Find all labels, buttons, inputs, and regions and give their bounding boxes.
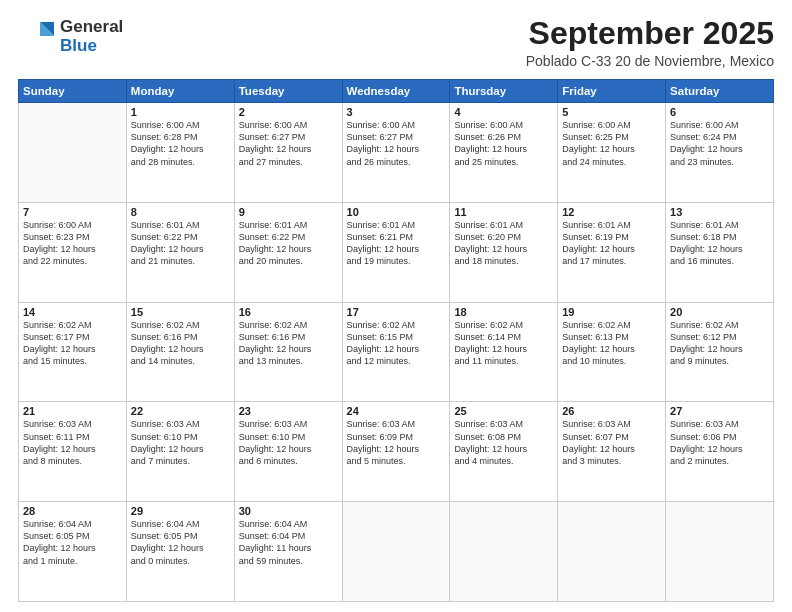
- day-number: 16: [239, 306, 338, 318]
- calendar-week-row: 1Sunrise: 6:00 AM Sunset: 6:28 PM Daylig…: [19, 103, 774, 203]
- day-info: Sunrise: 6:03 AM Sunset: 6:09 PM Dayligh…: [347, 418, 446, 467]
- day-number: 12: [562, 206, 661, 218]
- calendar-day-header: Tuesday: [234, 80, 342, 103]
- day-info: Sunrise: 6:03 AM Sunset: 6:11 PM Dayligh…: [23, 418, 122, 467]
- day-info: Sunrise: 6:04 AM Sunset: 6:05 PM Dayligh…: [131, 518, 230, 567]
- calendar-cell: 16Sunrise: 6:02 AM Sunset: 6:16 PM Dayli…: [234, 302, 342, 402]
- day-number: 21: [23, 405, 122, 417]
- calendar-cell: 11Sunrise: 6:01 AM Sunset: 6:20 PM Dayli…: [450, 202, 558, 302]
- day-info: Sunrise: 6:01 AM Sunset: 6:20 PM Dayligh…: [454, 219, 553, 268]
- calendar-cell: 26Sunrise: 6:03 AM Sunset: 6:07 PM Dayli…: [558, 402, 666, 502]
- calendar-cell: 22Sunrise: 6:03 AM Sunset: 6:10 PM Dayli…: [126, 402, 234, 502]
- calendar-day-header: Friday: [558, 80, 666, 103]
- day-number: 23: [239, 405, 338, 417]
- calendar-day-header: Thursday: [450, 80, 558, 103]
- day-info: Sunrise: 6:01 AM Sunset: 6:19 PM Dayligh…: [562, 219, 661, 268]
- day-number: 9: [239, 206, 338, 218]
- day-number: 30: [239, 505, 338, 517]
- day-number: 26: [562, 405, 661, 417]
- day-info: Sunrise: 6:01 AM Sunset: 6:18 PM Dayligh…: [670, 219, 769, 268]
- day-info: Sunrise: 6:03 AM Sunset: 6:10 PM Dayligh…: [131, 418, 230, 467]
- day-number: 1: [131, 106, 230, 118]
- day-info: Sunrise: 6:03 AM Sunset: 6:10 PM Dayligh…: [239, 418, 338, 467]
- calendar-cell: 14Sunrise: 6:02 AM Sunset: 6:17 PM Dayli…: [19, 302, 127, 402]
- day-info: Sunrise: 6:01 AM Sunset: 6:22 PM Dayligh…: [131, 219, 230, 268]
- location-title: Poblado C-33 20 de Noviembre, Mexico: [526, 53, 774, 69]
- calendar-week-row: 28Sunrise: 6:04 AM Sunset: 6:05 PM Dayli…: [19, 502, 774, 602]
- calendar-cell: [450, 502, 558, 602]
- calendar-cell: 15Sunrise: 6:02 AM Sunset: 6:16 PM Dayli…: [126, 302, 234, 402]
- logo: General Blue: [18, 16, 123, 58]
- calendar-cell: 2Sunrise: 6:00 AM Sunset: 6:27 PM Daylig…: [234, 103, 342, 203]
- calendar-table: SundayMondayTuesdayWednesdayThursdayFrid…: [18, 79, 774, 602]
- day-number: 22: [131, 405, 230, 417]
- title-block: September 2025 Poblado C-33 20 de Noviem…: [526, 16, 774, 69]
- logo-line1: General: [60, 18, 123, 37]
- calendar-cell: 20Sunrise: 6:02 AM Sunset: 6:12 PM Dayli…: [666, 302, 774, 402]
- day-info: Sunrise: 6:04 AM Sunset: 6:04 PM Dayligh…: [239, 518, 338, 567]
- calendar-day-header: Saturday: [666, 80, 774, 103]
- day-info: Sunrise: 6:00 AM Sunset: 6:28 PM Dayligh…: [131, 119, 230, 168]
- day-info: Sunrise: 6:02 AM Sunset: 6:12 PM Dayligh…: [670, 319, 769, 368]
- calendar-cell: 27Sunrise: 6:03 AM Sunset: 6:06 PM Dayli…: [666, 402, 774, 502]
- day-number: 7: [23, 206, 122, 218]
- calendar-cell: 13Sunrise: 6:01 AM Sunset: 6:18 PM Dayli…: [666, 202, 774, 302]
- day-info: Sunrise: 6:00 AM Sunset: 6:27 PM Dayligh…: [347, 119, 446, 168]
- day-number: 3: [347, 106, 446, 118]
- day-number: 10: [347, 206, 446, 218]
- calendar-cell: 3Sunrise: 6:00 AM Sunset: 6:27 PM Daylig…: [342, 103, 450, 203]
- day-info: Sunrise: 6:03 AM Sunset: 6:06 PM Dayligh…: [670, 418, 769, 467]
- day-number: 27: [670, 405, 769, 417]
- day-info: Sunrise: 6:02 AM Sunset: 6:13 PM Dayligh…: [562, 319, 661, 368]
- day-number: 11: [454, 206, 553, 218]
- day-info: Sunrise: 6:01 AM Sunset: 6:22 PM Dayligh…: [239, 219, 338, 268]
- calendar-cell: 5Sunrise: 6:00 AM Sunset: 6:25 PM Daylig…: [558, 103, 666, 203]
- page: General Blue September 2025 Poblado C-33…: [0, 0, 792, 612]
- day-number: 14: [23, 306, 122, 318]
- calendar-cell: 18Sunrise: 6:02 AM Sunset: 6:14 PM Dayli…: [450, 302, 558, 402]
- calendar-cell: 30Sunrise: 6:04 AM Sunset: 6:04 PM Dayli…: [234, 502, 342, 602]
- calendar-header-row: SundayMondayTuesdayWednesdayThursdayFrid…: [19, 80, 774, 103]
- day-info: Sunrise: 6:02 AM Sunset: 6:15 PM Dayligh…: [347, 319, 446, 368]
- day-number: 24: [347, 405, 446, 417]
- calendar-cell: 23Sunrise: 6:03 AM Sunset: 6:10 PM Dayli…: [234, 402, 342, 502]
- day-number: 6: [670, 106, 769, 118]
- month-title: September 2025: [526, 16, 774, 51]
- calendar-day-header: Wednesday: [342, 80, 450, 103]
- day-number: 25: [454, 405, 553, 417]
- day-number: 13: [670, 206, 769, 218]
- calendar-cell: 25Sunrise: 6:03 AM Sunset: 6:08 PM Dayli…: [450, 402, 558, 502]
- day-info: Sunrise: 6:00 AM Sunset: 6:25 PM Dayligh…: [562, 119, 661, 168]
- day-number: 2: [239, 106, 338, 118]
- day-number: 18: [454, 306, 553, 318]
- calendar-cell: 6Sunrise: 6:00 AM Sunset: 6:24 PM Daylig…: [666, 103, 774, 203]
- day-number: 15: [131, 306, 230, 318]
- calendar-cell: 19Sunrise: 6:02 AM Sunset: 6:13 PM Dayli…: [558, 302, 666, 402]
- calendar-cell: 12Sunrise: 6:01 AM Sunset: 6:19 PM Dayli…: [558, 202, 666, 302]
- calendar-cell: [19, 103, 127, 203]
- calendar-cell: 21Sunrise: 6:03 AM Sunset: 6:11 PM Dayli…: [19, 402, 127, 502]
- calendar-cell: 9Sunrise: 6:01 AM Sunset: 6:22 PM Daylig…: [234, 202, 342, 302]
- day-info: Sunrise: 6:00 AM Sunset: 6:27 PM Dayligh…: [239, 119, 338, 168]
- day-info: Sunrise: 6:02 AM Sunset: 6:14 PM Dayligh…: [454, 319, 553, 368]
- calendar-cell: 10Sunrise: 6:01 AM Sunset: 6:21 PM Dayli…: [342, 202, 450, 302]
- header: General Blue September 2025 Poblado C-33…: [18, 16, 774, 69]
- calendar-cell: 24Sunrise: 6:03 AM Sunset: 6:09 PM Dayli…: [342, 402, 450, 502]
- calendar-week-row: 21Sunrise: 6:03 AM Sunset: 6:11 PM Dayli…: [19, 402, 774, 502]
- day-number: 20: [670, 306, 769, 318]
- day-info: Sunrise: 6:00 AM Sunset: 6:24 PM Dayligh…: [670, 119, 769, 168]
- day-info: Sunrise: 6:03 AM Sunset: 6:07 PM Dayligh…: [562, 418, 661, 467]
- calendar-cell: 28Sunrise: 6:04 AM Sunset: 6:05 PM Dayli…: [19, 502, 127, 602]
- calendar-day-header: Sunday: [19, 80, 127, 103]
- day-info: Sunrise: 6:02 AM Sunset: 6:16 PM Dayligh…: [239, 319, 338, 368]
- day-info: Sunrise: 6:01 AM Sunset: 6:21 PM Dayligh…: [347, 219, 446, 268]
- calendar-day-header: Monday: [126, 80, 234, 103]
- calendar-cell: 29Sunrise: 6:04 AM Sunset: 6:05 PM Dayli…: [126, 502, 234, 602]
- logo-line2: Blue: [60, 37, 123, 56]
- day-number: 19: [562, 306, 661, 318]
- day-number: 28: [23, 505, 122, 517]
- day-info: Sunrise: 6:00 AM Sunset: 6:23 PM Dayligh…: [23, 219, 122, 268]
- calendar-week-row: 14Sunrise: 6:02 AM Sunset: 6:17 PM Dayli…: [19, 302, 774, 402]
- day-info: Sunrise: 6:02 AM Sunset: 6:17 PM Dayligh…: [23, 319, 122, 368]
- calendar-cell: [342, 502, 450, 602]
